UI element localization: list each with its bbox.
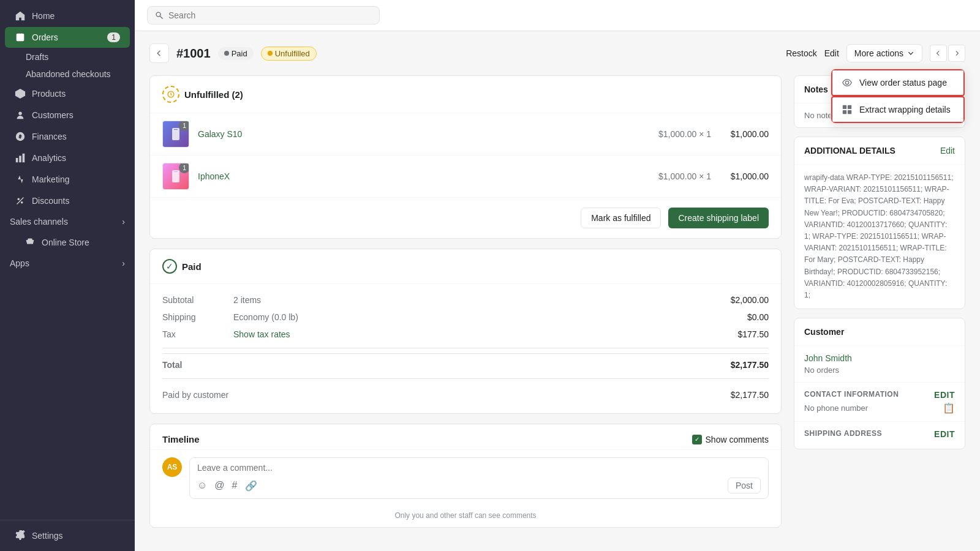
chevron-right-icon: › <box>122 217 125 227</box>
prev-order-button[interactable] <box>930 45 947 62</box>
svg-rect-5 <box>23 154 25 162</box>
more-actions-button[interactable]: More actions <box>846 44 922 62</box>
payment-title: Paid <box>182 261 202 272</box>
sidebar-item-abandoned[interactable]: Abandoned checkouts <box>0 66 135 83</box>
restock-button[interactable]: Restock <box>786 48 817 58</box>
unfulfilled-dot <box>268 51 273 56</box>
post-button[interactable]: Post <box>728 478 761 493</box>
product-link-galaxy[interactable]: Galaxy S10 <box>198 129 242 139</box>
timeline-note: Only you and other staff can see comment… <box>150 506 781 527</box>
customer-name-link[interactable]: John Smidth <box>804 353 852 363</box>
show-comments-toggle[interactable]: ✓ Show comments <box>692 435 769 444</box>
chevron-right-icon: › <box>122 258 125 268</box>
sidebar-item-discounts[interactable]: Discounts <box>5 190 130 211</box>
apps-section[interactable]: Apps › <box>0 253 135 273</box>
apps-label: Apps <box>10 258 29 268</box>
product-thumbnail-iphone: 1 <box>162 163 189 190</box>
fulfillment-actions: Mark as fulfilled Create shipping label <box>150 198 781 238</box>
tax-row: Tax Show tax rates $177.50 <box>162 326 769 343</box>
phone-row: No phone number 📋 <box>804 402 955 414</box>
paid-by-row: Paid by customer $2,177.50 <box>162 384 769 406</box>
sidebar-item-home[interactable]: Home <box>5 6 130 26</box>
product-price-galaxy: $1,000.00 × 1 <box>658 129 711 139</box>
sidebar-item-finances[interactable]: Finances <box>5 126 130 147</box>
sidebar-item-customers[interactable]: Customers <box>5 105 130 126</box>
product-row: 1 IphoneX $1,000.00 × 1 $1,000.00 <box>150 156 781 198</box>
product-thumbnail-galaxy: 1 <box>162 121 189 148</box>
additional-details-card: ADDITIONAL DETAILS Edit wrapify-data WRA… <box>794 137 965 309</box>
contact-edit-link[interactable]: Edit <box>934 390 955 400</box>
show-comments-checkbox: ✓ <box>692 435 702 444</box>
sidebar-item-drafts[interactable]: Drafts <box>0 48 135 66</box>
additional-details-body: wrapify-data WRAP-TYPE: 20215101156511; … <box>794 165 965 309</box>
sidebar-item-settings[interactable]: Settings <box>5 525 130 546</box>
hashtag-icon[interactable]: # <box>232 480 238 491</box>
sidebar-item-marketing[interactable]: Marketing <box>5 169 130 190</box>
edit-button[interactable]: Edit <box>824 48 839 58</box>
shipping-detail: Economy (0.0 lb) <box>233 312 298 322</box>
timeline-comment-area: AS ☺ @ # 🔗 Post <box>150 449 781 506</box>
total-label: Total <box>162 360 224 370</box>
next-order-button[interactable] <box>948 45 965 62</box>
no-phone-text: No phone number <box>804 403 868 413</box>
paid-by-label: Paid by customer <box>162 390 228 400</box>
mention-icon[interactable]: @ <box>214 480 224 491</box>
sidebar-item-analytics[interactable]: Analytics <box>5 148 130 168</box>
back-button[interactable] <box>149 43 169 63</box>
finances-icon <box>15 131 26 142</box>
shipping-address-header: SHIPPING ADDRESS Edit <box>804 429 955 438</box>
paid-dot <box>224 51 229 56</box>
dropdown-item-extract-wrapping[interactable]: Extract wrapping details <box>831 96 965 123</box>
order-number: #1001 <box>176 47 211 61</box>
mark-fulfilled-button[interactable]: Mark as fulfilled <box>581 208 661 228</box>
customer-title: Customer <box>804 327 844 337</box>
fulfillment-title: Unfulfilled (2) <box>184 89 243 100</box>
comment-input-area[interactable]: ☺ @ # 🔗 Post <box>189 457 769 499</box>
svg-point-1 <box>18 112 21 115</box>
search-input[interactable] <box>168 10 372 20</box>
svg-point-6 <box>18 198 20 201</box>
sidebar-item-online-store[interactable]: Online Store <box>5 232 130 253</box>
subtotal-row: Subtotal 2 items $2,000.00 <box>162 291 769 309</box>
shipping-edit-link[interactable]: Edit <box>934 429 955 439</box>
comment-input[interactable] <box>197 463 761 473</box>
payment-card: ✓ Paid Subtotal 2 items $2,000.00 <box>149 249 782 414</box>
svg-rect-4 <box>19 156 21 162</box>
discounts-icon <box>15 195 26 206</box>
user-avatar: AS <box>162 457 182 477</box>
shipping-row: Shipping Economy (0.0 lb) $0.00 <box>162 309 769 326</box>
dropdown-item-label: View order status page <box>859 78 947 88</box>
sidebar-item-label: Online Store <box>42 238 89 247</box>
svg-rect-15 <box>848 110 851 114</box>
shipping-address-section: SHIPPING ADDRESS Edit <box>794 421 965 449</box>
eye-icon <box>841 77 853 89</box>
contact-info-header: CONTACT INFORMATION Edit <box>804 390 955 399</box>
svg-rect-0 <box>17 34 24 42</box>
order-header: #1001 Paid Unfulfilled Restock Edit More… <box>149 43 965 63</box>
content-sidebar: Notes No notes from customer ADDITIONAL … <box>794 75 965 528</box>
sales-channels-label: Sales channels <box>10 217 68 227</box>
link-icon[interactable]: 🔗 <box>245 480 257 492</box>
sales-channels-section[interactable]: Sales channels › <box>0 212 135 231</box>
analytics-icon <box>15 152 26 163</box>
search-bar[interactable] <box>147 6 380 24</box>
svg-rect-3 <box>16 158 18 162</box>
dropdown-item-view-status[interactable]: View order status page <box>831 69 965 96</box>
sidebar-item-orders[interactable]: Orders 1 <box>5 27 130 48</box>
payment-rows: Subtotal 2 items $2,000.00 Shipping Econ… <box>150 284 781 413</box>
timeline-card: Timeline ✓ Show comments AS ☺ <box>149 424 782 528</box>
notes-title: Notes <box>804 84 828 94</box>
create-shipping-button[interactable]: Create shipping label <box>668 208 769 228</box>
settings-label: Settings <box>32 531 63 541</box>
grid-icon <box>841 103 853 116</box>
product-link-iphone[interactable]: IphoneX <box>198 171 230 181</box>
sidebar-item-products[interactable]: Products <box>5 83 130 104</box>
sidebar-item-label: Marketing <box>32 174 69 184</box>
sidebar-item-label: Customers <box>32 110 74 120</box>
show-tax-rates-link[interactable]: Show tax rates <box>233 329 290 339</box>
orders-icon <box>15 32 26 43</box>
additional-details-header: ADDITIONAL DETAILS Edit <box>794 137 965 165</box>
dropdown-menu: View order status page Extract wrapping … <box>831 69 965 124</box>
additional-details-edit-link[interactable]: Edit <box>940 146 955 156</box>
emoji-icon[interactable]: ☺ <box>197 480 207 491</box>
